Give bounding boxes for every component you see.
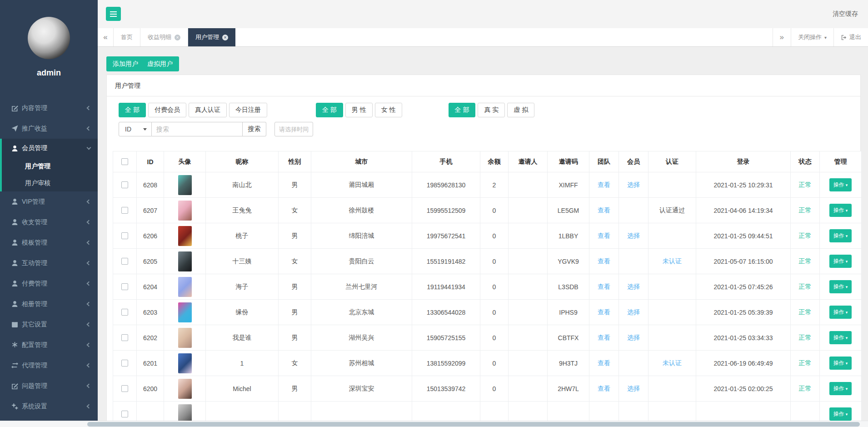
row-checkbox[interactable] (121, 258, 128, 265)
add-user-button[interactable]: 添加用户 (106, 56, 145, 71)
col-header-balance: 余额 (480, 151, 509, 172)
tabs-scroll-right-icon[interactable]: » (773, 28, 791, 46)
row-checkbox[interactable] (121, 385, 128, 392)
sidebar-item-income-expense[interactable]: 收支管理 (0, 212, 98, 232)
select-member-link[interactable]: 选择 (627, 232, 640, 239)
sidebar-subitem-user-audit[interactable]: 用户审核 (0, 175, 98, 191)
tab-user-management[interactable]: 用户管理 × (188, 28, 235, 46)
filter-gender-all[interactable]: 全 部 (316, 103, 343, 117)
close-tab-icon[interactable]: × (175, 35, 180, 40)
asterisk-icon (11, 342, 18, 348)
tab-income-detail[interactable]: 收益明细 × (140, 28, 188, 46)
col-header-team: 团队 (589, 151, 619, 172)
cell-gender: 女 (279, 351, 311, 376)
sidebar-item-vip[interactable]: VIP管理 (0, 191, 98, 212)
filter-virtual[interactable]: 虚 拟 (507, 103, 534, 117)
view-team-link[interactable]: 查看 (598, 232, 610, 239)
chevron-left-icon (87, 281, 91, 286)
user-avatar (178, 251, 192, 271)
sidebar-item-payment[interactable]: 付费管理 (0, 273, 98, 294)
row-checkbox[interactable] (121, 207, 128, 214)
sidebar-item-config[interactable]: 配置管理 (0, 335, 98, 355)
sidebar-subitem-user-management[interactable]: 用户管理 (0, 158, 98, 175)
view-team-link[interactable]: 查看 (598, 334, 610, 341)
cell-auth-status[interactable]: 认证通过 (659, 206, 685, 214)
filter-gender-male[interactable]: 男 性 (345, 103, 373, 117)
cell-nickname: 南山北 (206, 172, 279, 198)
row-actions-button[interactable]: 操作▾ (829, 331, 852, 344)
view-team-link[interactable]: 查看 (598, 181, 610, 188)
select-member-link[interactable]: 选择 (627, 308, 640, 316)
row-actions-button[interactable]: 操作▾ (829, 357, 852, 370)
view-team-link[interactable]: 查看 (598, 385, 610, 392)
row-checkbox[interactable] (121, 334, 128, 341)
view-team-link[interactable]: 查看 (598, 257, 610, 265)
sidebar-item-system[interactable]: 系统设置 (0, 396, 98, 417)
row-actions-button[interactable]: 操作▾ (829, 306, 852, 319)
sidebar-item-members[interactable]: 会员管理 (0, 139, 98, 158)
row-actions-button[interactable]: 操作▾ (829, 178, 852, 191)
filter-registered-today[interactable]: 今日注册 (229, 103, 267, 117)
sidebar-item-template[interactable]: 模板管理 (0, 232, 98, 253)
cell-auth-status[interactable]: 未认证 (663, 359, 682, 367)
filter-paid-members[interactable]: 付费会员 (148, 103, 186, 117)
view-team-link[interactable]: 查看 (598, 359, 610, 367)
close-tab-icon[interactable]: × (222, 35, 228, 40)
filter-all-members[interactable]: 全 部 (119, 103, 146, 117)
sidebar-item-other-settings[interactable]: 其它设置 (0, 314, 98, 335)
cell-balance: 0 (480, 300, 509, 325)
select-member-link[interactable]: 选择 (627, 283, 640, 290)
sidebar-item-agent[interactable]: 代理管理 (0, 355, 98, 376)
cell-city: 兰州七里河 (311, 274, 412, 300)
table-row: 6203 缘份 男 北京东城 13306544028 0 IPHS9 查 (113, 300, 862, 325)
search-button[interactable]: 搜索 (243, 122, 266, 136)
filter-real-all[interactable]: 全 部 (449, 103, 476, 117)
user-icon (11, 239, 18, 246)
select-all-checkbox[interactable] (121, 158, 128, 165)
select-member-link[interactable]: 选择 (627, 181, 640, 188)
sidebar-item-album[interactable]: 相册管理 (0, 294, 98, 314)
filter-real[interactable]: 真 实 (478, 103, 505, 117)
row-actions-button[interactable]: 操作▾ (829, 204, 852, 217)
date-picker-input[interactable] (274, 122, 313, 136)
tab-home[interactable]: 首页 (114, 28, 140, 46)
row-checkbox[interactable] (121, 309, 128, 316)
toggle-sidebar-button[interactable] (106, 7, 121, 21)
sidebar-item-promotion[interactable]: 推广收益 (0, 118, 98, 139)
cell-auth-status[interactable]: 未认证 (663, 257, 682, 265)
row-actions-button[interactable]: 操作▾ (829, 382, 852, 395)
cell-inviter (509, 172, 548, 198)
row-actions-button[interactable]: 操作▾ (829, 255, 852, 268)
view-team-link[interactable]: 查看 (598, 206, 610, 214)
sidebar-item-interaction[interactable]: 互动管理 (0, 253, 98, 273)
chevron-left-icon (87, 343, 91, 347)
select-member-link[interactable]: 选择 (627, 334, 640, 341)
status-badge: 正常 (799, 334, 812, 341)
view-team-link[interactable]: 查看 (598, 308, 610, 316)
row-actions-button[interactable]: 操作▾ (829, 280, 852, 293)
row-actions-button[interactable]: 操作▾ (829, 407, 852, 421)
horizontal-scrollbar-thumb[interactable] (87, 422, 860, 427)
cell-login-time: 2021-01-25 07:45:26 (696, 274, 791, 300)
row-checkbox[interactable] (121, 181, 128, 188)
logout-button[interactable]: 退出 (833, 28, 868, 46)
cell-inviter (509, 300, 548, 325)
close-operations-dropdown[interactable]: 关闭操作 ▾ (791, 28, 833, 46)
view-team-link[interactable]: 查看 (598, 283, 610, 290)
sidebar-item-content[interactable]: 内容管理 (0, 98, 98, 118)
row-checkbox[interactable] (121, 411, 128, 417)
filter-real-verified[interactable]: 真人认证 (189, 103, 227, 117)
virtual-user-button[interactable]: 虚拟用户 (141, 56, 179, 71)
filter-gender-female[interactable]: 女 性 (375, 103, 402, 117)
caret-down-icon: ▾ (846, 259, 848, 264)
select-member-link[interactable]: 选择 (627, 385, 640, 392)
search-field-select[interactable]: ID (119, 122, 152, 136)
row-actions-button[interactable]: 操作▾ (829, 229, 852, 242)
sidebar-item-questions[interactable]: 问题管理 (0, 376, 98, 396)
clear-cache-link[interactable]: 清空缓存 (833, 10, 858, 18)
row-checkbox[interactable] (121, 360, 128, 367)
row-checkbox[interactable] (121, 283, 128, 290)
tabs-scroll-left-icon[interactable]: « (98, 28, 114, 46)
search-input[interactable] (152, 122, 243, 136)
row-checkbox[interactable] (121, 232, 128, 239)
